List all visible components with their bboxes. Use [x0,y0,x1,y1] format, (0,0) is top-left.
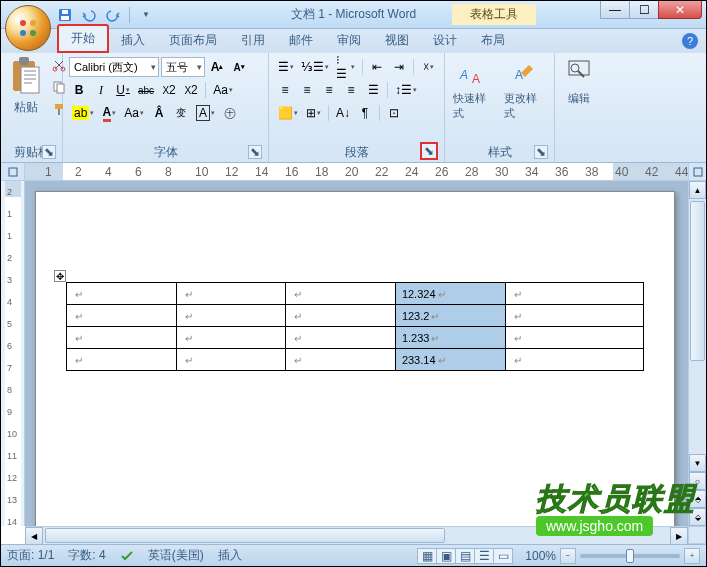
maximize-button[interactable]: ☐ [629,1,659,19]
status-words[interactable]: 字数: 4 [68,547,105,564]
page-container[interactable]: ✥ 12.324 123.2 [25,181,688,526]
char-border-button[interactable]: A [193,103,218,123]
table-cell[interactable] [67,283,177,305]
sort-button[interactable]: A↓ [333,103,353,123]
scroll-right-button[interactable]: ▶ [670,527,688,545]
table-cell[interactable]: 233.14 [395,349,505,371]
clear-format-button[interactable]: Aa [210,80,236,100]
tab-home[interactable]: 开始 [57,24,109,53]
view-fullscreen[interactable]: ▣ [436,548,456,564]
distributed-button[interactable]: ☰ [363,80,383,100]
table-cell[interactable]: 1.233 [395,327,505,349]
grow-font-button[interactable]: A▴ [207,57,227,77]
scroll-thumb-v[interactable] [690,201,705,361]
undo-button[interactable] [79,5,99,25]
font-name-combo[interactable]: Calibri (西文) [69,57,159,77]
scroll-down-button[interactable]: ▼ [689,454,706,472]
status-page[interactable]: 页面: 1/1 [7,547,54,564]
tab-design[interactable]: 设计 [421,28,469,53]
italic-button[interactable]: I [91,80,111,100]
change-case-button[interactable]: Aa [121,103,147,123]
table-move-handle[interactable]: ✥ [54,270,66,282]
subscript-button[interactable]: X2 [159,80,179,100]
table-cell[interactable] [67,349,177,371]
ruler-vertical[interactable]: 211234567891011121314 [1,181,25,526]
superscript-button[interactable]: X2 [181,80,201,100]
view-outline[interactable]: ☰ [474,548,494,564]
change-styles-button[interactable]: A 更改样式 [500,55,551,123]
zoom-slider[interactable] [580,554,680,558]
highlight-button[interactable]: ab [69,103,97,123]
zoom-thumb[interactable] [626,549,634,563]
editing-button[interactable]: 编辑 [559,55,599,108]
underline-button[interactable]: U [113,80,133,100]
table-cell[interactable] [176,349,286,371]
status-insert-mode[interactable]: 插入 [218,547,242,564]
table-cell[interactable] [67,305,177,327]
save-button[interactable] [55,5,75,25]
bold-button[interactable]: B [69,80,89,100]
status-language[interactable]: 英语(美国) [148,547,204,564]
text-direction-button[interactable]: ☓ [418,57,438,77]
minimize-button[interactable]: — [600,1,630,19]
ruler-corner[interactable] [1,163,25,180]
align-left-button[interactable]: ≡ [275,80,295,100]
decrease-indent-button[interactable]: ⇤ [367,57,387,77]
table-cell[interactable] [286,283,396,305]
phonetic-guide-button[interactable]: 变 [171,103,191,123]
scroll-left-button[interactable]: ◀ [25,527,43,545]
tab-insert[interactable]: 插入 [109,28,157,53]
borders-button[interactable]: ⊞ [303,103,324,123]
ruler-h-track[interactable]: 124681012141618202224262830343638404244 [25,163,688,180]
scroll-thumb-h[interactable] [45,528,445,543]
tab-review[interactable]: 审阅 [325,28,373,53]
table-cell[interactable] [286,327,396,349]
tab-table-layout[interactable]: 布局 [469,28,517,53]
increase-indent-button[interactable]: ⇥ [389,57,409,77]
view-draft[interactable]: ▭ [493,548,513,564]
view-web[interactable]: ▤ [455,548,475,564]
help-button[interactable]: ? [682,33,698,49]
scrollbar-vertical[interactable]: ▲ ▼ ○ ⬘ ⬙ [688,181,706,526]
table-cell[interactable] [176,305,286,327]
close-button[interactable]: ✕ [658,1,702,19]
table-cell[interactable] [176,327,286,349]
multilevel-list-button[interactable]: ⁝☰ [333,57,358,77]
redo-button[interactable] [103,5,123,25]
justify-button[interactable]: ≡ [341,80,361,100]
align-right-button[interactable]: ≡ [319,80,339,100]
align-center-button[interactable]: ≡ [297,80,317,100]
table-cell[interactable] [505,305,644,327]
next-page-button[interactable]: ⬙ [689,508,706,526]
tab-view[interactable]: 视图 [373,28,421,53]
enclosed-char-button[interactable]: ㊉ [220,103,240,123]
paragraph-dialog-launcher[interactable]: ⬊ [420,142,438,160]
clipboard-dialog-launcher[interactable]: ⬊ [42,145,56,159]
font-size-combo[interactable]: 五号 [161,57,205,77]
zoom-out-button[interactable]: − [560,548,576,564]
zoom-in-button[interactable]: + [684,548,700,564]
browse-object-button[interactable]: ○ [689,472,706,490]
table-cell[interactable] [505,283,644,305]
bullets-button[interactable]: ☰ [275,57,296,77]
table-cell[interactable] [286,349,396,371]
snap-button[interactable]: ⊡ [384,103,404,123]
show-marks-button[interactable]: ¶ [355,103,375,123]
paste-button[interactable]: 粘贴 [5,55,47,118]
ruler-toggle-button[interactable] [688,163,706,180]
view-print-layout[interactable]: ▦ [417,548,437,564]
quick-styles-button[interactable]: AA 快速样式 [449,55,500,123]
status-proof[interactable] [120,549,134,563]
table-cell[interactable] [67,327,177,349]
scrollbar-horizontal[interactable]: ◀ ▶ [25,526,688,544]
tab-references[interactable]: 引用 [229,28,277,53]
font-dialog-launcher[interactable]: ⬊ [248,145,262,159]
font-color-button[interactable]: A [99,103,119,123]
table-cell[interactable] [505,327,644,349]
document-table[interactable]: 12.324 123.2 1.233 [66,282,644,371]
line-spacing-button[interactable]: ↕☰ [392,80,420,100]
styles-dialog-launcher[interactable]: ⬊ [534,145,548,159]
numbering-button[interactable]: ⅓☰ [298,57,331,77]
table-cell[interactable]: 12.324 [395,283,505,305]
scroll-up-button[interactable]: ▲ [689,181,706,199]
